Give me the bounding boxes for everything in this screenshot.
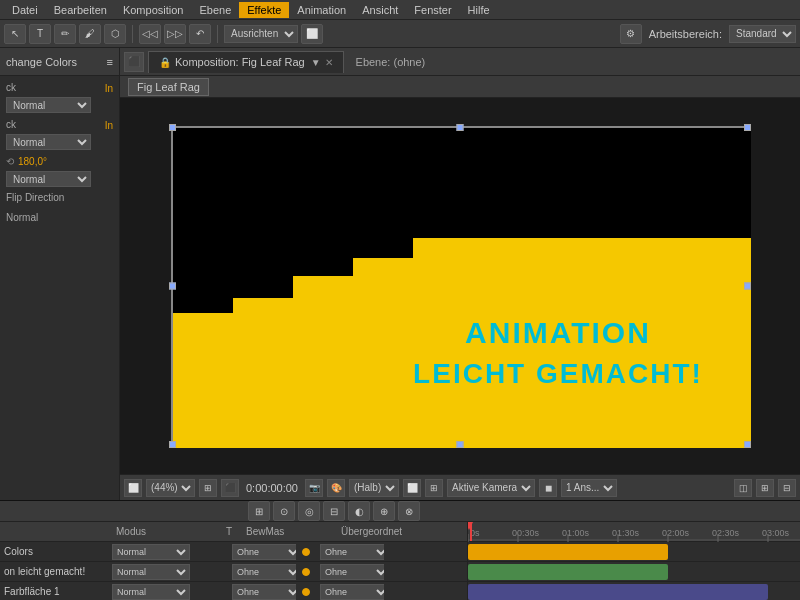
tl-btn-3[interactable]: ◎: [298, 501, 320, 521]
layer-bewmas-select-leicht[interactable]: Ohne: [232, 564, 296, 580]
flip-direction-label: Flip Direction: [6, 192, 64, 203]
link-dot-colors: [302, 548, 310, 556]
right-area: ⬛ 🔒 Komposition: Fig Leaf Rag ▼ ✕ Ebene:…: [120, 48, 800, 500]
layer-modus-select-leicht[interactable]: Normal: [112, 564, 190, 580]
tool-stamp[interactable]: ⬡: [104, 24, 126, 44]
param3-value: 180,0°: [18, 156, 47, 167]
tl-btn-6[interactable]: ⊕: [373, 501, 395, 521]
layer-modus-leicht: Normal: [108, 564, 208, 580]
viewer-controls: ⬜ (44%) ⊞ ⬛ 0:00:00:00 📷 🎨 (Halb) ⬜ ⊞ Ak…: [120, 474, 800, 500]
color-btn[interactable]: 🎨: [327, 479, 345, 497]
layout-btn1[interactable]: ◫: [734, 479, 752, 497]
composition-tab[interactable]: 🔒 Komposition: Fig Leaf Rag ▼ ✕: [148, 51, 344, 73]
layer-row-leicht: on leicht gemacht! Normal Ohne: [0, 562, 467, 582]
zoom-select[interactable]: (44%): [146, 479, 195, 497]
panel-menu-icon[interactable]: ≡: [107, 56, 113, 68]
handle-tr[interactable]: [744, 124, 751, 131]
menu-ansicht[interactable]: Ansicht: [354, 2, 406, 18]
layout-btn3[interactable]: ⊟: [778, 479, 796, 497]
layer-uber-select-leicht[interactable]: Ohne: [320, 564, 384, 580]
layer-modus-select-farbflaeche[interactable]: Normal: [112, 584, 190, 600]
handle-ml[interactable]: [169, 283, 176, 290]
workspace-select[interactable]: Standard: [729, 25, 796, 43]
tool-paint[interactable]: 🖌: [79, 24, 101, 44]
handle-bc[interactable]: [457, 441, 464, 448]
ausrichten-select[interactable]: Ausrichten: [224, 25, 298, 43]
tl-btn-1[interactable]: ⊞: [248, 501, 270, 521]
menu-komposition[interactable]: Komposition: [115, 2, 192, 18]
quality-select[interactable]: (Halb): [349, 479, 399, 497]
menu-datei[interactable]: Datei: [4, 2, 46, 18]
ruler: 0s 00:30s 01:00s 01:30s 02:00s 02:30s 03…: [468, 522, 800, 542]
ruler-svg: 0s 00:30s 01:00s 01:30s 02:00s 02:30s 03…: [468, 522, 800, 542]
handle-bl[interactable]: [169, 441, 176, 448]
tab-close-btn[interactable]: ✕: [325, 57, 333, 68]
svg-text:02:30s: 02:30s: [712, 528, 740, 538]
layer-bewmas-colors: Ohne: [228, 544, 296, 560]
param3-select[interactable]: Normal: [6, 171, 91, 187]
tool-forward[interactable]: ▷▷: [164, 24, 186, 44]
view-btn3[interactable]: ⊞: [425, 479, 443, 497]
layer-uber-select-farbflaeche[interactable]: Ohne: [320, 584, 384, 600]
grid-btn[interactable]: ⊞: [199, 479, 217, 497]
panel-options-btn[interactable]: ⬛: [124, 52, 144, 72]
view-select[interactable]: 1 Ans...: [561, 479, 617, 497]
layer-row-colors: Colors Normal Ohne Ohne: [0, 542, 467, 562]
param2-label: ck: [6, 119, 16, 130]
layer-modus-select-colors[interactable]: Normal: [112, 544, 190, 560]
comp-name-tab[interactable]: Fig Leaf Rag: [128, 78, 209, 96]
tool-undo[interactable]: ↶: [189, 24, 211, 44]
handle-tc[interactable]: [457, 124, 464, 131]
layer-bewmas-select-farbflaeche[interactable]: Ohne: [232, 584, 296, 600]
camera-btn[interactable]: 📷: [305, 479, 323, 497]
timeline-tools-right: ⊞ ⊙ ◎ ⊟ ◐ ⊕ ⊗: [248, 501, 420, 521]
comp-name-bar: Fig Leaf Rag: [120, 76, 800, 98]
menu-bearbeiten[interactable]: Bearbeiten: [46, 2, 115, 18]
handle-tl[interactable]: [169, 124, 176, 131]
menu-effekte[interactable]: Effekte: [239, 2, 289, 18]
layer-modus-farbflaeche: Normal: [108, 584, 208, 600]
tool-settings[interactable]: ⚙: [620, 24, 642, 44]
layer-bewmas-select-colors[interactable]: Ohne: [232, 544, 296, 560]
workspace-label: Arbeitsbereich:: [645, 28, 726, 40]
tab-dropdown-icon[interactable]: ▼: [311, 57, 321, 68]
tl-btn-5[interactable]: ◐: [348, 501, 370, 521]
handle-mr[interactable]: [744, 283, 751, 290]
svg-text:00:30s: 00:30s: [512, 528, 540, 538]
menu-fenster[interactable]: Fenster: [406, 2, 459, 18]
col-header-bewmas: BewMas: [242, 526, 317, 537]
svg-text:01:30s: 01:30s: [612, 528, 640, 538]
timeline-body: Modus T BewMas Übergeordnet Colors Norma…: [0, 522, 800, 600]
tl-header-row: Modus T BewMas Übergeordnet: [0, 522, 467, 542]
layer-bewmas-leicht: Ohne: [228, 564, 296, 580]
expand-btn[interactable]: ⬜: [124, 479, 142, 497]
menu-hilfe[interactable]: Hilfe: [460, 2, 498, 18]
layer-uber-select-colors[interactable]: Ohne: [320, 544, 384, 560]
cam-extra[interactable]: ◼: [539, 479, 557, 497]
col-header-modus: Modus: [112, 526, 222, 537]
colors-normal-1: Normal: [6, 212, 38, 223]
tl-btn-4[interactable]: ⊟: [323, 501, 345, 521]
tool-extra[interactable]: ⬜: [301, 24, 323, 44]
track-bar-leicht: [468, 564, 668, 580]
layer-ubergeordnet-leicht: Ohne: [316, 564, 384, 580]
tool-back[interactable]: ◁◁: [139, 24, 161, 44]
tool-pen[interactable]: ✏: [54, 24, 76, 44]
handle-br[interactable]: [744, 441, 751, 448]
link-icon-1: ⟲: [6, 156, 14, 167]
tool-arrow[interactable]: ↖: [4, 24, 26, 44]
res-btn[interactable]: ⬜: [403, 479, 421, 497]
menu-animation[interactable]: Animation: [289, 2, 354, 18]
svg-text:01:00s: 01:00s: [562, 528, 590, 538]
tool-text[interactable]: T: [29, 24, 51, 44]
tl-btn-2[interactable]: ⊙: [273, 501, 295, 521]
menu-ebene[interactable]: Ebene: [191, 2, 239, 18]
param2-select[interactable]: Normal: [6, 134, 91, 150]
view-btn2[interactable]: ⬛: [221, 479, 239, 497]
param1-select[interactable]: Normal: [6, 97, 91, 113]
camera-select[interactable]: Aktive Kamera: [447, 479, 535, 497]
layout-btn2[interactable]: ⊞: [756, 479, 774, 497]
tl-btn-7[interactable]: ⊗: [398, 501, 420, 521]
timeline-layers: Modus T BewMas Übergeordnet Colors Norma…: [0, 522, 468, 600]
svg-text:ANIMATION: ANIMATION: [465, 316, 651, 349]
